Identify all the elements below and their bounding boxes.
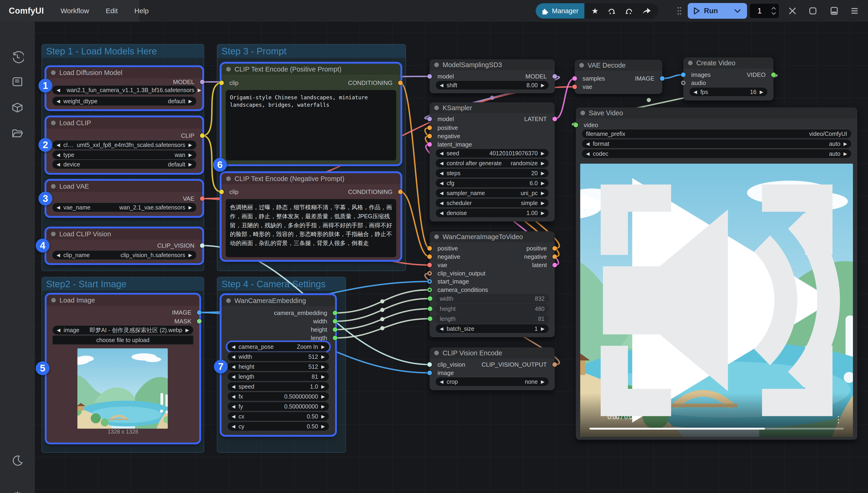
collapse-icon[interactable] (226, 67, 231, 71)
port-latent-out[interactable] (552, 117, 557, 121)
group-step3-title[interactable]: Step 3 - Prompt (217, 44, 405, 58)
port-height-in[interactable] (428, 306, 432, 311)
port-positive-out[interactable] (552, 246, 557, 251)
arrow-left-icon[interactable]: ◀ (57, 162, 60, 167)
port-samples-in[interactable] (572, 76, 577, 81)
port-clip-vision-output-in[interactable] (427, 271, 432, 276)
arrow-right-icon[interactable]: ▶ (844, 141, 847, 147)
menu-help[interactable]: Help (135, 7, 149, 15)
port-latent-image-in[interactable] (427, 142, 432, 147)
port-image-out[interactable] (197, 310, 202, 315)
port-conditioning-out[interactable] (398, 190, 403, 194)
port-conditioning-out[interactable] (398, 81, 403, 85)
arrow-right-icon[interactable]: ▶ (321, 384, 325, 389)
arrow-left-icon[interactable]: ◀ (232, 404, 235, 409)
widget-batch-size[interactable]: ◀ batch_size 1 ▶ (435, 324, 549, 334)
node-clip-text-encode-positive[interactable]: CLIP Text Encode (Positive Prompt) clip … (222, 64, 400, 164)
widget-clip-vision-name[interactable]: ◀ clip_name clip_vision_h.safetensors ▶ (52, 250, 197, 260)
node-model-sampling-sd3[interactable]: ModelSamplingSD3 model MODEL ◀ shift 8.0… (430, 59, 555, 93)
arrow-right-icon[interactable]: ▶ (321, 364, 325, 369)
arrow-right-icon[interactable]: ▶ (321, 394, 325, 399)
widget-seed[interactable]: ◀ seed 401201019076370 ▶ (435, 148, 549, 158)
node-vae-decode[interactable]: VAE Decode samples IMAGE vae (574, 60, 662, 94)
star-icon[interactable]: ★ (591, 6, 598, 16)
port-image-in[interactable] (427, 370, 432, 375)
widget-cx[interactable]: ◀ cx 0.50 ▶ (227, 411, 329, 421)
arrow-right-icon[interactable]: ▶ (189, 162, 192, 167)
arrow-left-icon[interactable]: ◀ (232, 344, 235, 349)
widget-length[interactable]: ◀ length 81 ▶ (227, 372, 329, 382)
widget-clip-name[interactable]: ◀ clip_name umt5_xxl_fp8_e4m3fn_scaled.s… (52, 140, 197, 150)
node-load-diffusion-model[interactable]: Load Diffusion Model MODEL ◀ u ... wan2.… (46, 67, 202, 109)
arrow-right-icon[interactable]: ▶ (541, 326, 545, 331)
port-video-out[interactable] (771, 72, 776, 77)
vacuum-icon-2[interactable] (624, 6, 634, 16)
arrow-left-icon[interactable]: ◀ (232, 394, 235, 399)
arrow-left-icon[interactable]: ◀ (440, 190, 443, 196)
node-load-vae[interactable]: Load VAE VAE ◀ vae_name wan_2.1_vae.safe… (46, 181, 202, 216)
collapse-icon[interactable] (434, 63, 439, 67)
collapse-icon[interactable] (226, 298, 231, 303)
port-clip-vision-out[interactable] (200, 243, 205, 248)
arrow-left-icon[interactable]: ◀ (57, 327, 60, 333)
group-step2-title[interactable]: Step2 - Start Image (42, 277, 204, 291)
app-logo[interactable]: ComfyUI (9, 6, 44, 16)
port-length-in[interactable] (428, 316, 432, 321)
manager-button[interactable]: Manager (536, 3, 584, 19)
collapse-icon[interactable] (51, 70, 56, 75)
collapse-icon[interactable] (579, 63, 584, 68)
node-load-clip-vision[interactable]: Load CLIP Vision CLIP_VISION ◀ clip_name… (46, 229, 202, 263)
port-model-out[interactable] (200, 80, 205, 84)
widget-fx[interactable]: ◀ fx 0.500000000 ▶ (227, 392, 329, 401)
arrow-left-icon[interactable]: ◀ (232, 384, 235, 389)
kebab-menu-icon[interactable]: ⋮ (834, 414, 843, 425)
negative-prompt-textarea[interactable]: 色调艳丽，过曝，静态，细节模糊不清，字幕，风格，作品，画作，画面，静止，整体发灰… (226, 199, 396, 257)
node-clip-vision-encode[interactable]: CLIP Vision Encode clip_vision CLIP_VISI… (430, 347, 555, 390)
arrow-left-icon[interactable]: ◀ (440, 200, 443, 206)
widget-shift[interactable]: ◀ shift 8.00 ▶ (435, 80, 549, 90)
node-create-video[interactable]: Create Video images VIDEO audio ◀ fps 16… (683, 58, 773, 101)
arrow-right-icon[interactable]: ▶ (541, 190, 545, 196)
arrow-right-icon[interactable]: ▶ (760, 89, 763, 95)
fullscreen-icon[interactable] (580, 164, 853, 437)
drag-handle-icon[interactable] (675, 6, 684, 16)
arrow-left-icon[interactable]: ◀ (440, 160, 443, 166)
arrow-right-icon[interactable]: ▶ (321, 374, 325, 379)
arrow-right-icon[interactable]: ▶ (189, 142, 192, 148)
image-preview[interactable] (77, 348, 168, 429)
arrow-left-icon[interactable]: ◀ (440, 82, 443, 88)
settings-gear-icon[interactable]: ⚙ (11, 490, 24, 493)
widget-cy[interactable]: ◀ cy 0.50 ▶ (227, 422, 329, 431)
arrow-right-icon[interactable]: ▶ (541, 200, 545, 206)
widget-height[interactable]: ◀ height 512 ▶ (227, 362, 329, 371)
arrow-left-icon[interactable]: ◀ (57, 142, 60, 148)
widget-camera-pose[interactable]: ◀ camera_pose Zoom In ▶ (227, 342, 329, 351)
collapse-icon[interactable] (226, 176, 231, 181)
collapse-icon[interactable] (51, 121, 56, 125)
maximize-icon[interactable] (808, 6, 817, 16)
widget-vae-name[interactable]: ◀ vae_name wan_2.1_vae.safetensors ▶ (52, 202, 197, 212)
arrow-right-icon[interactable]: ▶ (189, 205, 192, 210)
port-vae-in[interactable] (572, 85, 577, 89)
collapse-icon[interactable] (434, 234, 439, 239)
group-step1-title[interactable]: Step 1 - Load Models Here (42, 44, 204, 58)
arrow-right-icon[interactable]: ▶ (198, 87, 201, 93)
vacuum-icon-1[interactable] (607, 6, 616, 16)
arrow-right-icon[interactable]: ▶ (321, 344, 325, 349)
arrow-right-icon[interactable]: ▶ (541, 210, 545, 216)
widget-device[interactable]: ◀ device default ▶ (52, 159, 197, 169)
widget-fy[interactable]: ◀ fy 0.500000000 ▶ (227, 402, 329, 411)
upload-button[interactable]: choose file to upload (52, 335, 194, 345)
port-positive-in[interactable] (427, 125, 432, 130)
run-options-chevron-icon[interactable] (734, 8, 741, 13)
widget-type[interactable]: ◀ type wan ▶ (52, 150, 197, 160)
arrow-right-icon[interactable]: ▶ (541, 180, 545, 186)
group-step4-title[interactable]: Step 4 - Camera Settings (217, 277, 345, 291)
arrow-left-icon[interactable]: ◀ (440, 180, 443, 186)
collapse-icon[interactable] (688, 61, 692, 65)
node-ksampler[interactable]: KSampler model LATENT positive negative … (430, 102, 555, 221)
run-button[interactable]: Run (688, 3, 747, 19)
arrow-right-icon[interactable]: ▶ (541, 379, 545, 384)
node-save-video[interactable]: Save Video video filename_prefix video/C… (576, 107, 857, 440)
widget-steps[interactable]: ◀ steps 20 ▶ (435, 168, 549, 178)
